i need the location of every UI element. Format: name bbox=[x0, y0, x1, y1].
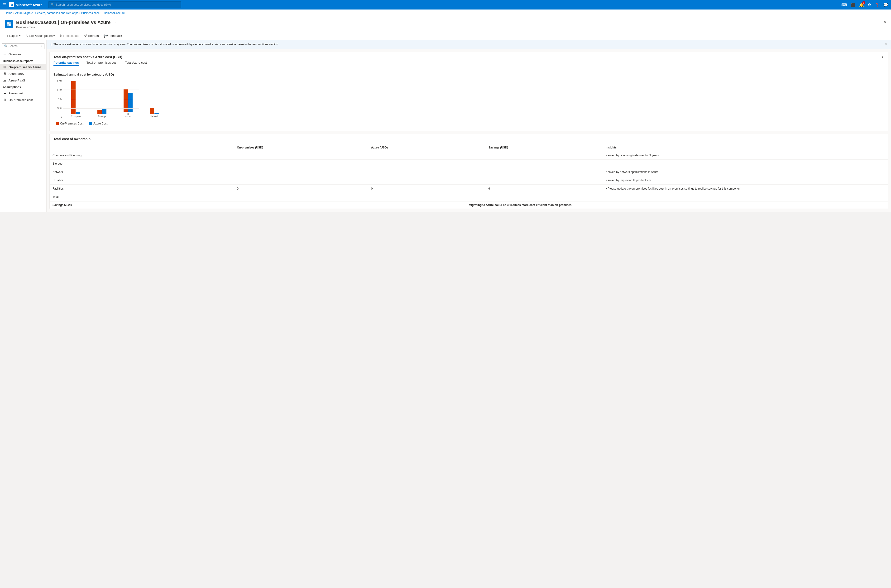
azure-compute bbox=[368, 152, 486, 160]
collapse-sidebar-button[interactable]: « bbox=[40, 44, 42, 48]
info-icon: ℹ bbox=[50, 43, 51, 46]
search-input[interactable] bbox=[9, 44, 40, 48]
savings-facilities: 0 bbox=[486, 184, 603, 193]
bar-group-compute: Compute bbox=[66, 81, 86, 118]
table-row: Total bbox=[50, 193, 888, 201]
svg-rect-0 bbox=[7, 22, 9, 24]
svg-rect-2 bbox=[7, 24, 9, 26]
breadcrumb-home[interactable]: Home bbox=[5, 11, 12, 15]
tab-potential-savings[interactable]: Potential savings bbox=[54, 61, 79, 66]
category-network: Network bbox=[50, 168, 234, 176]
close-button[interactable]: ✕ bbox=[883, 20, 886, 24]
category-itlabor: IT Labor bbox=[50, 176, 234, 184]
more-options-button[interactable]: ··· bbox=[112, 20, 116, 25]
col-header-category bbox=[50, 144, 234, 152]
hamburger-menu[interactable]: ☰ bbox=[3, 3, 6, 7]
feedback-button[interactable]: 💬 Feedback bbox=[102, 33, 124, 39]
onprem-itlabor bbox=[234, 176, 368, 184]
sidebar-item-on-premises-cost[interactable]: 🖥 On-premises cost bbox=[0, 96, 46, 103]
chart-container: Estimated annual cost by category (USD) … bbox=[50, 69, 888, 131]
insights-compute: •saved by reserving instances for 3 year… bbox=[603, 152, 888, 160]
tco-section: Total cost of ownership On-premises (USD… bbox=[50, 134, 888, 209]
edit-assumptions-button[interactable]: ✎ Edit Assumptions ▾ bbox=[23, 33, 57, 39]
bar-group-storage: Storage bbox=[92, 109, 112, 118]
top-bar-icons: ⌨ ⬛ 🔔 1 ⚙ ❓ 💬 bbox=[842, 3, 888, 7]
table-row: Storage bbox=[50, 160, 888, 168]
itlabour-label: ITlabour bbox=[125, 112, 131, 118]
category-total: Total bbox=[50, 193, 234, 201]
settings-icon[interactable]: ⚙ bbox=[868, 3, 871, 7]
breadcrumb-azure-migrate[interactable]: Azure Migrate | Servers, databases and w… bbox=[15, 11, 78, 15]
azure-paas-icon: ☁ bbox=[3, 78, 7, 82]
info-close-button[interactable]: ✕ bbox=[885, 43, 887, 46]
compute-azure-bar bbox=[76, 112, 80, 114]
y-label-2: 810k bbox=[57, 98, 62, 100]
tab-total-on-premises[interactable]: Total on-premises cost bbox=[87, 61, 117, 66]
savings-percentage: Savings 68.2% bbox=[52, 203, 469, 207]
cloud-shell-icon[interactable]: ⌨ bbox=[842, 3, 847, 7]
y-label-4: 1.6M bbox=[57, 80, 62, 82]
page-header: BusinessCase001 | On-premises vs Azure ·… bbox=[0, 17, 891, 31]
sidebar-item-azure-paas[interactable]: ☁ Azure PaaS bbox=[0, 77, 46, 84]
cost-section-collapse[interactable]: ▲ bbox=[881, 55, 884, 59]
sidebar-item-on-premises[interactable]: ⊞ On-premises vs Azure bbox=[0, 64, 46, 70]
storage-azure-bar bbox=[102, 109, 106, 114]
col-header-insights: Insights bbox=[603, 144, 888, 152]
itlabour-azure-bar bbox=[128, 93, 133, 112]
feedback-icon-toolbar: 💬 bbox=[104, 34, 108, 38]
refresh-button[interactable]: ↺ Refresh bbox=[82, 33, 101, 39]
recalculate-icon: ↻ bbox=[59, 34, 62, 38]
tab-total-azure[interactable]: Total Azure cost bbox=[125, 61, 147, 66]
network-label: Network bbox=[150, 115, 159, 118]
export-button[interactable]: ↑ Export ▾ bbox=[5, 33, 22, 39]
tco-table: On-premises (USD) Azure (USD) Savings (U… bbox=[50, 144, 888, 201]
legend-on-premises-color bbox=[56, 122, 58, 125]
insights-itlabor: •saved by improving IT productivity bbox=[603, 176, 888, 184]
onprem-storage bbox=[234, 160, 368, 168]
azure-facilities: 0 bbox=[368, 184, 486, 193]
azure-cost-icon: ☁ bbox=[3, 91, 7, 95]
onprem-network bbox=[234, 168, 368, 176]
breadcrumb-business-case[interactable]: Business case bbox=[81, 11, 99, 15]
table-row: Compute and licensing •saved by reservin… bbox=[50, 152, 888, 160]
onprem-facilities: 0 bbox=[234, 184, 368, 193]
sidebar-item-overview[interactable]: ☰ Overview bbox=[0, 51, 46, 57]
bar-group-network: Network bbox=[144, 108, 164, 118]
insights-facilities: •Please update the on-premises facilitie… bbox=[603, 184, 888, 193]
azure-network bbox=[368, 168, 486, 176]
page-header-text: BusinessCase001 | On-premises vs Azure ·… bbox=[16, 20, 116, 29]
overview-icon: ☰ bbox=[3, 52, 7, 56]
azure-iaas-icon: 🖥 bbox=[3, 72, 7, 75]
sidebar: 🔍 « ☰ Overview Business case reports ⊞ O… bbox=[0, 40, 46, 212]
storage-label: Storage bbox=[98, 115, 106, 118]
col-header-on-premises: On-premises (USD) bbox=[234, 144, 368, 152]
cost-tabs: Potential savings Total on-premises cost… bbox=[50, 61, 888, 69]
migration-efficiency: Migrating to Azure could be 3.14 times m… bbox=[469, 203, 885, 207]
sidebar-search[interactable]: 🔍 « bbox=[2, 43, 44, 49]
edit-icon: ✎ bbox=[25, 34, 28, 38]
network-azure-bar bbox=[154, 113, 159, 114]
bar-group-it-labour: ITlabour bbox=[118, 89, 138, 118]
insights-total bbox=[603, 193, 888, 201]
notifications-icon[interactable]: 🔔 1 bbox=[859, 3, 864, 7]
chart-legend: On-Premises Cost Azure Cost bbox=[54, 122, 884, 125]
sidebar-item-azure-iaas[interactable]: 🖥 Azure IaaS bbox=[0, 70, 46, 77]
portal-settings-icon[interactable]: ⬛ bbox=[850, 3, 855, 7]
savings-footer: Savings 68.2% Migrating to Azure could b… bbox=[50, 201, 888, 208]
insights-network: •saved by network optimizations in Azure bbox=[603, 168, 888, 176]
svg-rect-1 bbox=[9, 22, 11, 24]
sidebar-item-azure-cost[interactable]: ☁ Azure cost bbox=[0, 90, 46, 96]
feedback-icon[interactable]: 💬 bbox=[884, 3, 888, 7]
breadcrumb: Home › Azure Migrate | Servers, database… bbox=[0, 9, 891, 17]
global-search[interactable]: 🔍 Search resources, services, and docs (… bbox=[48, 2, 181, 8]
refresh-icon: ↺ bbox=[84, 34, 87, 38]
cost-section-header: Total on-premises cost vs Azure cost (US… bbox=[50, 52, 888, 61]
help-icon[interactable]: ❓ bbox=[875, 3, 880, 7]
azure-storage bbox=[368, 160, 486, 168]
recalculate-button[interactable]: ↻ Recalculate bbox=[57, 33, 81, 39]
export-icon: ↑ bbox=[7, 34, 8, 38]
page-subtitle: Business Case bbox=[16, 26, 116, 29]
legend-azure-color bbox=[89, 122, 92, 125]
on-premises-icon: ⊞ bbox=[3, 65, 7, 69]
storage-onprem-bar bbox=[98, 110, 102, 114]
